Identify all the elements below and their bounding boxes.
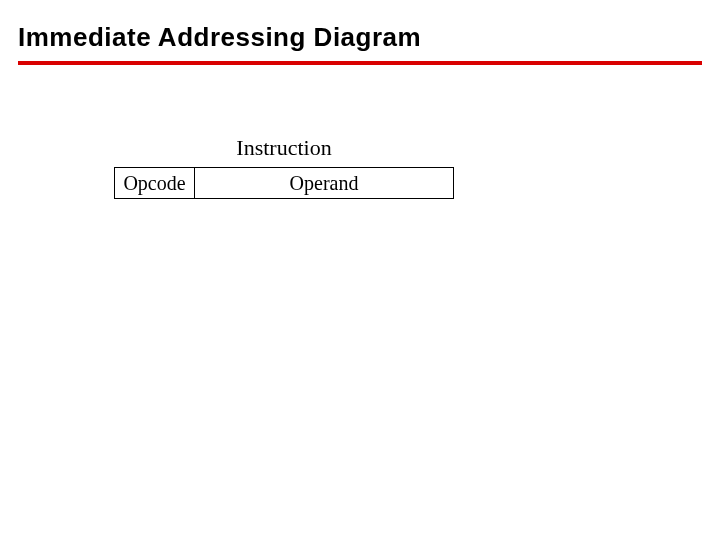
- opcode-cell: Opcode: [115, 168, 195, 198]
- instruction-box: Opcode Operand: [114, 167, 454, 199]
- page-title: Immediate Addressing Diagram: [0, 0, 720, 61]
- title-underline: [18, 61, 702, 65]
- operand-cell: Operand: [195, 168, 453, 198]
- diagram-area: Instruction Opcode Operand: [0, 135, 720, 199]
- instruction-label: Instruction: [114, 135, 454, 161]
